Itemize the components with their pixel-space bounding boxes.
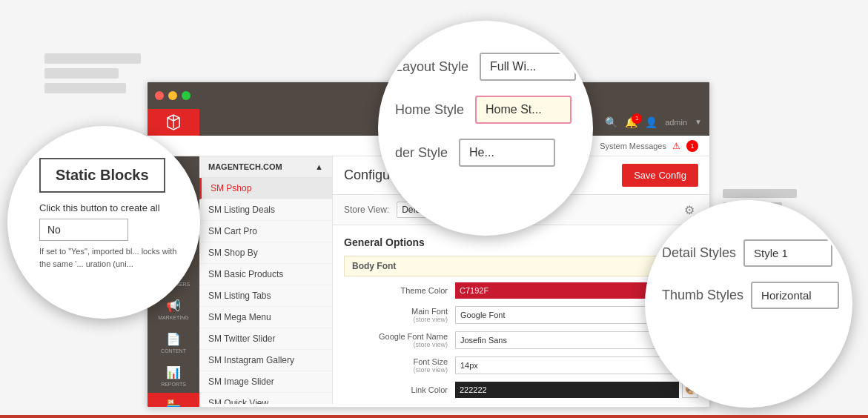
- sidebar-label-content: CONTENT: [161, 348, 186, 354]
- general-options-header: General Options: [344, 233, 698, 256]
- font-size-label: Font Size (store view): [344, 357, 448, 374]
- zoom-der-style-value[interactable]: He...: [459, 139, 555, 167]
- google-font-name-row: Google Font Name (store view) Josefin Sa…: [344, 331, 698, 349]
- second-nav-label-smPshop: SM Pshop: [211, 183, 251, 193]
- second-nav-label-smImageSlider: SM Image Slider: [208, 376, 274, 387]
- traffic-light-close[interactable]: [155, 91, 164, 100]
- second-nav-label-smQuickView: SM Quick View: [208, 398, 268, 404]
- user-icon[interactable]: 👤: [645, 116, 657, 128]
- admin-user-label: admin: [665, 118, 687, 127]
- second-nav-label-smBasicProducts: SM Basic Products: [208, 269, 283, 279]
- second-nav-title: MAGENTECH.COM: [208, 162, 282, 171]
- second-nav-item-smListingDeals[interactable]: SM Listing Deals: [199, 199, 332, 221]
- zoom-der-style-row: der Style He...: [395, 139, 576, 167]
- second-nav-item-smImageSlider[interactable]: SM Image Slider: [199, 371, 332, 393]
- detail-styles-row: Detail Styles Style 1: [662, 239, 839, 267]
- bg-item-2: [44, 68, 119, 79]
- thumb-styles-label: Thumb Styles: [662, 288, 743, 303]
- second-nav: MAGENTECH.COM ▲ SM Pshop SM Listing Deal…: [199, 156, 333, 404]
- bottom-border: [0, 415, 868, 418]
- detail-styles-label: Detail Styles: [662, 245, 736, 261]
- system-messages-label: System Messages: [600, 142, 666, 150]
- bg-item-3: [44, 83, 126, 93]
- search-icon[interactable]: 🔍: [605, 116, 617, 128]
- second-nav-item-smShopBy[interactable]: SM Shop By: [199, 242, 332, 264]
- static-blocks-dropdown-desc: If set to "Yes", imported bl... locks wi…: [39, 245, 183, 270]
- sidebar-item-reports[interactable]: 📊 REPORTS: [148, 359, 199, 393]
- link-color-row: Link Color 222222 🎨: [344, 382, 698, 398]
- second-nav-label-smInstagramGallery: SM Instagram Gallery: [208, 355, 294, 365]
- warning-icon: ⚠: [672, 141, 680, 151]
- zoom-layout-style-row: Layout Style Full Wi...: [395, 53, 576, 81]
- content-icon: 📄: [166, 332, 181, 346]
- second-nav-item-smPshop[interactable]: SM Pshop: [199, 178, 332, 199]
- sidebar-item-content[interactable]: 📄 CONTENT: [148, 326, 199, 359]
- zoom-circle-styles: Detail Styles Style 1 Thumb Styles Horiz…: [645, 200, 852, 408]
- traffic-light-maximize[interactable]: [182, 91, 191, 100]
- sidebar-item-stores[interactable]: 🏪 STORES: [148, 393, 199, 408]
- zoom-circle-static: Static Blocks Click this button to creat…: [7, 126, 200, 319]
- notifications-icon[interactable]: 🔔 1: [625, 116, 637, 128]
- second-nav-item-smInstagramGallery[interactable]: SM Instagram Gallery: [199, 350, 332, 371]
- second-nav-item-smListingTabs[interactable]: SM Listing Tabs: [199, 285, 332, 307]
- second-nav-item-smMegaMenu[interactable]: SM Mega Menu: [199, 307, 332, 328]
- save-config-button[interactable]: Save Config: [622, 164, 698, 187]
- zoom-circle-layout: Layout Style Full Wi... Home Style Home …: [378, 21, 593, 236]
- thumb-styles-value[interactable]: Horizontal: [751, 282, 839, 309]
- second-nav-item-smCartPro[interactable]: SM Cart Pro: [199, 221, 332, 242]
- theme-color-value: C7192F: [460, 286, 488, 295]
- second-nav-item-smQuickView[interactable]: SM Quick View: [199, 393, 332, 404]
- second-nav-label-smListingDeals: SM Listing Deals: [208, 205, 275, 215]
- font-size-row: Font Size (store view) 14px: [344, 356, 698, 374]
- zoom-layout-style-label: Layout Style: [395, 59, 468, 75]
- admin-user-arrow: ▼: [695, 118, 702, 126]
- zoom-home-style-value[interactable]: Home St...: [475, 96, 572, 124]
- zoom-home-style-label: Home Style: [395, 102, 464, 118]
- warning-badge: 1: [686, 140, 698, 152]
- second-nav-label-smMegaMenu: SM Mega Menu: [208, 312, 271, 322]
- link-color-value: 222222: [460, 385, 487, 394]
- second-nav-label-smTwitterSlider: SM Twitter Slider: [208, 334, 275, 344]
- second-nav-label-smShopBy: SM Shop By: [208, 248, 258, 258]
- second-nav-label-smCartPro: SM Cart Pro: [208, 226, 257, 236]
- google-font-name-label: Google Font Name (store view): [344, 332, 448, 348]
- second-nav-collapse-icon: ▲: [315, 162, 323, 171]
- thumb-styles-row: Thumb Styles Horizontal: [662, 282, 839, 309]
- second-nav-label-smListingTabs: SM Listing Tabs: [208, 291, 271, 301]
- zoom-der-style-label: der Style: [395, 145, 448, 161]
- link-color-input-area[interactable]: 222222: [455, 382, 679, 398]
- sidebar-label-reports: REPORTS: [161, 382, 186, 387]
- link-color-label: Link Color: [344, 385, 448, 394]
- detail-styles-value[interactable]: Style 1: [743, 239, 832, 267]
- magento-logo-area: [148, 109, 199, 136]
- second-nav-header[interactable]: MAGENTECH.COM ▲: [199, 156, 332, 178]
- sidebar-label-marketing: MARKETING: [158, 315, 189, 320]
- bg-item-1: [44, 53, 141, 64]
- zoom-layout-style-value[interactable]: Full Wi...: [480, 53, 576, 81]
- main-font-label: Main Font (store view): [344, 307, 448, 323]
- traffic-light-minimize[interactable]: [168, 91, 177, 100]
- bg-lbox-line1: [723, 189, 797, 198]
- notification-badge: 1: [632, 113, 642, 124]
- magento-logo-icon: [165, 113, 182, 131]
- link-color-field: 222222 🎨: [455, 382, 698, 398]
- stores-icon: 🏪: [166, 399, 181, 408]
- second-nav-item-smBasicProducts[interactable]: SM Basic Products: [199, 264, 332, 285]
- zoom-home-style-row: Home Style Home St...: [395, 96, 576, 124]
- body-font-header: Body Font: [344, 256, 698, 276]
- marketing-icon: 📢: [166, 299, 181, 313]
- static-blocks-dropdown[interactable]: No: [39, 219, 128, 241]
- reports-icon: 📊: [166, 365, 181, 379]
- static-blocks-button[interactable]: Static Blocks: [39, 158, 165, 193]
- second-nav-item-smTwitterSlider[interactable]: SM Twitter Slider: [199, 328, 332, 350]
- static-blocks-description: Click this button to create all: [39, 202, 173, 215]
- theme-color-label: Theme Color: [344, 286, 448, 295]
- store-view-label: Store View:: [344, 205, 389, 215]
